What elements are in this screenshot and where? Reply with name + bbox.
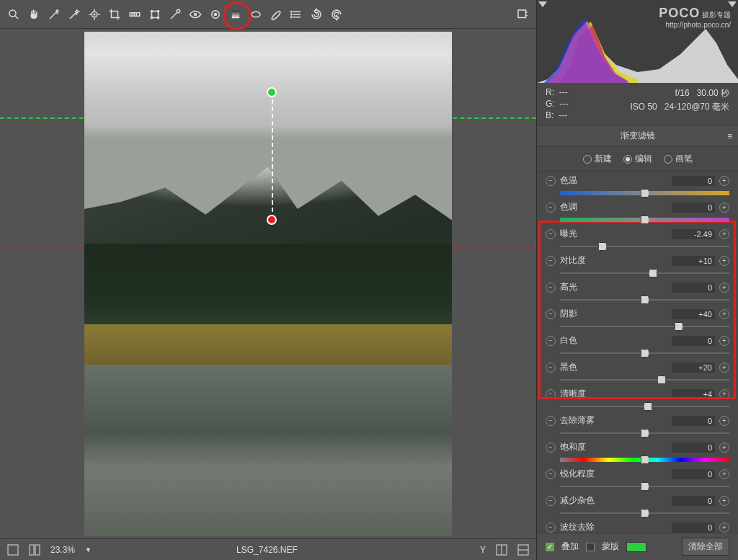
slider-knob[interactable] — [641, 509, 649, 517]
compare-view-icon[interactable] — [29, 544, 40, 556]
hand-icon[interactable] — [26, 6, 42, 22]
slider-knob[interactable] — [641, 349, 649, 357]
slider-value[interactable]: 0 — [672, 203, 715, 213]
rotate-cw-icon[interactable] — [329, 6, 344, 22]
straighten-icon[interactable] — [127, 6, 143, 22]
slider-track[interactable] — [560, 401, 729, 412]
slider-value[interactable]: 0 — [672, 469, 715, 479]
slider-knob[interactable] — [641, 215, 649, 224]
slider-value[interactable]: 0 — [672, 496, 715, 506]
brush-icon[interactable] — [268, 6, 284, 22]
plus-button[interactable]: + — [719, 496, 729, 506]
minus-button[interactable]: − — [546, 389, 556, 399]
slider-track[interactable] — [560, 215, 729, 225]
canvas[interactable] — [0, 29, 536, 538]
mode-brush[interactable]: 画笔 — [664, 153, 693, 165]
slider-value[interactable]: 0 — [672, 283, 715, 293]
minus-button[interactable]: − — [546, 496, 556, 506]
spot-heal-icon[interactable] — [167, 6, 183, 22]
slider-knob[interactable] — [644, 402, 652, 411]
plus-button[interactable]: + — [719, 416, 729, 426]
plus-button[interactable]: + — [719, 256, 729, 266]
grid-view-icon[interactable] — [7, 544, 19, 556]
preferences-icon[interactable] — [515, 6, 530, 22]
slider-value[interactable]: 0 — [672, 176, 715, 186]
zoom-dropdown-icon[interactable]: ▼ — [85, 546, 92, 554]
slider-knob[interactable] — [641, 189, 649, 197]
slider-knob[interactable] — [641, 295, 649, 304]
minus-button[interactable]: − — [546, 176, 556, 186]
slider-value[interactable]: 0 — [672, 443, 715, 453]
slider-track[interactable] — [560, 188, 729, 198]
rotate-ccw-icon[interactable] — [308, 6, 324, 22]
compare-mode-label[interactable]: Y — [443, 545, 486, 555]
plus-button[interactable]: + — [719, 336, 729, 346]
slider-knob[interactable] — [675, 322, 683, 331]
slider-track[interactable] — [560, 295, 729, 305]
plus-button[interactable]: + — [719, 443, 729, 453]
gradient-axis[interactable] — [272, 92, 273, 219]
slider-value[interactable]: 0 — [672, 523, 715, 533]
zoom-level[interactable]: 23.3% — [50, 545, 75, 555]
eye-icon[interactable] — [187, 6, 203, 22]
slider-track[interactable] — [560, 508, 729, 518]
slider-track[interactable] — [560, 348, 729, 358]
white-balance-icon[interactable] — [46, 6, 62, 22]
mode-edit[interactable]: 编辑 — [623, 153, 652, 165]
slider-knob[interactable] — [641, 455, 649, 464]
mask-checkbox[interactable] — [586, 543, 595, 551]
transform-icon[interactable] — [147, 6, 163, 22]
target-adjust-icon[interactable] — [86, 6, 102, 22]
slider-track[interactable] — [560, 481, 729, 492]
slider-value[interactable]: +20 — [672, 363, 715, 373]
mask-color-swatch[interactable] — [626, 542, 646, 552]
slider-value[interactable]: -2.49 — [672, 229, 715, 239]
minus-button[interactable]: − — [546, 469, 556, 479]
plus-button[interactable]: + — [719, 523, 729, 533]
minus-button[interactable]: − — [546, 203, 556, 213]
slider-track[interactable] — [560, 268, 729, 278]
panel-menu-icon[interactable]: ≡ — [727, 131, 732, 141]
slider-value[interactable]: 0 — [672, 336, 715, 346]
radial-filter-icon[interactable] — [248, 6, 264, 22]
overlay-checkbox[interactable]: ✓ — [546, 543, 554, 551]
slider-value[interactable]: +40 — [672, 309, 715, 319]
mode-new[interactable]: 新建 — [583, 153, 612, 165]
minus-button[interactable]: − — [546, 229, 556, 239]
slider-knob[interactable] — [598, 242, 607, 251]
gradient-end-handle[interactable] — [267, 215, 277, 225]
plus-button[interactable]: + — [719, 469, 729, 479]
crop-icon[interactable] — [107, 6, 123, 22]
redeye-icon[interactable] — [208, 6, 223, 22]
slider-knob[interactable] — [641, 429, 649, 437]
minus-button[interactable]: − — [546, 416, 556, 426]
slider-knob[interactable] — [641, 482, 649, 491]
graduated-filter-icon[interactable] — [228, 6, 244, 22]
clear-all-button[interactable]: 清除全部 — [682, 538, 729, 556]
compare-split-icon[interactable] — [496, 544, 507, 556]
gradient-start-handle[interactable] — [267, 87, 277, 97]
slider-track[interactable] — [560, 241, 729, 252]
minus-button[interactable]: − — [546, 283, 556, 293]
slider-value[interactable]: 0 — [672, 416, 715, 426]
slider-knob[interactable] — [657, 375, 666, 384]
zoom-icon[interactable] — [6, 6, 22, 22]
slider-knob[interactable] — [649, 269, 657, 277]
plus-button[interactable]: + — [719, 203, 729, 213]
slider-value[interactable]: +4 — [672, 389, 715, 399]
slider-track[interactable] — [560, 428, 729, 438]
minus-button[interactable]: − — [546, 523, 556, 533]
slider-track[interactable] — [560, 375, 729, 385]
plus-button[interactable]: + — [719, 229, 729, 239]
plus-button[interactable]: + — [719, 309, 729, 319]
list-icon[interactable] — [288, 6, 304, 22]
plus-button[interactable]: + — [719, 176, 729, 186]
plus-button[interactable]: + — [719, 389, 729, 399]
color-sampler-icon[interactable] — [66, 6, 82, 22]
minus-button[interactable]: − — [546, 256, 556, 266]
slider-track[interactable] — [560, 321, 729, 332]
compare-hsplit-icon[interactable] — [517, 544, 529, 556]
minus-button[interactable]: − — [546, 309, 556, 319]
plus-button[interactable]: + — [719, 363, 729, 373]
plus-button[interactable]: + — [719, 283, 729, 293]
